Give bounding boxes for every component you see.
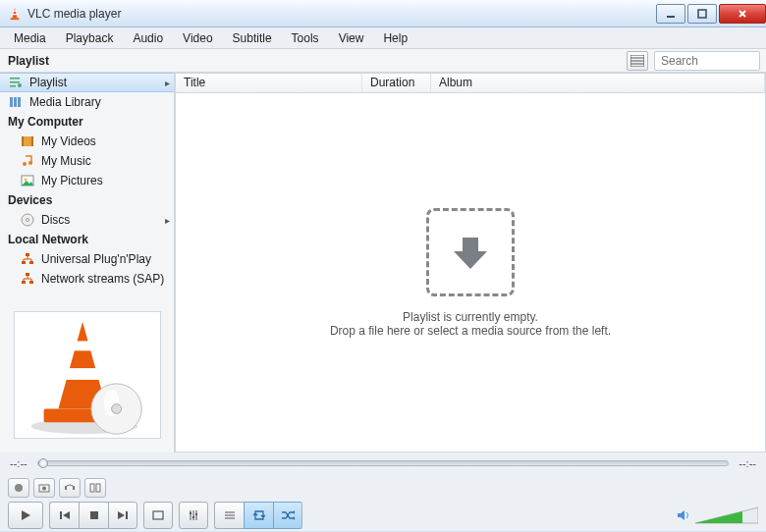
sidebar-item-discs[interactable]: Discs ▸ [0, 210, 174, 230]
column-headers: Title Duration Album [176, 74, 765, 93]
snapshot-button[interactable] [33, 478, 55, 498]
svg-point-21 [28, 161, 32, 165]
sidebar-item-upnp[interactable]: Universal Plug'n'Play [0, 249, 174, 269]
stop-button[interactable] [79, 502, 108, 529]
playlist-heading: Playlist [0, 54, 175, 68]
menu-media[interactable]: Media [4, 29, 56, 47]
sidebar-item-label: Media Library [29, 95, 101, 109]
svg-point-20 [23, 162, 27, 166]
seek-knob[interactable] [38, 458, 48, 468]
svg-marker-47 [22, 510, 30, 520]
svg-point-40 [15, 484, 23, 492]
sidebar-header-devices: Devices [0, 190, 174, 210]
atob-loop-button[interactable] [59, 478, 81, 498]
svg-rect-59 [195, 513, 197, 515]
close-button[interactable] [719, 4, 766, 24]
header-row: Playlist [0, 49, 766, 73]
col-title[interactable]: Title [176, 74, 362, 92]
chevron-right-icon: ▸ [165, 78, 170, 88]
maximize-button[interactable] [687, 4, 717, 24]
sidebar-item-label: Network streams (SAP) [41, 272, 164, 286]
sidebar-item-my-videos[interactable]: My Videos [0, 132, 174, 151]
svg-rect-4 [667, 16, 675, 18]
sidebar: Playlist ▸ Media Library My Computer My … [0, 73, 175, 452]
seek-bar[interactable] [37, 460, 730, 466]
time-elapsed[interactable]: --:-- [10, 457, 27, 469]
vlc-cone-icon [8, 7, 22, 21]
menu-bar: Media Playback Audio Video Subtitle Tool… [0, 27, 766, 49]
svg-rect-28 [29, 261, 33, 264]
sidebar-item-label: My Music [41, 154, 91, 168]
svg-point-25 [27, 219, 29, 222]
volume-slider[interactable] [695, 505, 758, 525]
sidebar-header-localnetwork: Local Network [0, 230, 174, 249]
minimize-button[interactable] [656, 4, 685, 24]
media-library-icon [8, 94, 24, 110]
empty-line-2: Drop a file here or select a media sourc… [330, 324, 611, 338]
shuffle-button[interactable] [273, 502, 302, 529]
sidebar-item-sap[interactable]: Network streams (SAP) [0, 269, 174, 289]
volume-percent: 75% [733, 0, 752, 1]
record-button[interactable] [8, 478, 29, 498]
sidebar-item-label: Discs [41, 213, 70, 227]
extended-settings-button[interactable] [179, 502, 208, 529]
menu-help[interactable]: Help [373, 29, 417, 47]
drop-target-icon [426, 208, 515, 296]
svg-point-13 [18, 83, 22, 87]
svg-rect-15 [14, 97, 17, 107]
time-total[interactable]: --:-- [739, 457, 756, 469]
sidebar-item-my-pictures[interactable]: My Pictures [0, 171, 174, 190]
video-icon [20, 133, 35, 149]
col-album[interactable]: Album [431, 74, 765, 92]
previous-button[interactable] [49, 502, 79, 529]
speaker-icon[interactable] [676, 507, 691, 523]
svg-marker-49 [63, 511, 70, 519]
loop-button[interactable] [244, 502, 273, 529]
svg-rect-30 [22, 281, 26, 284]
frame-step-button[interactable] [84, 478, 106, 498]
svg-rect-19 [31, 136, 33, 146]
menu-video[interactable]: Video [173, 29, 222, 47]
network-icon [20, 251, 35, 267]
window-title: VLC media player [27, 7, 121, 21]
svg-rect-31 [29, 281, 33, 284]
menu-subtitle[interactable]: Subtitle [223, 29, 282, 47]
svg-rect-57 [190, 512, 192, 514]
music-icon [20, 153, 35, 169]
svg-marker-51 [118, 511, 125, 519]
sidebar-item-my-music[interactable]: My Music [0, 151, 174, 171]
svg-rect-45 [90, 484, 94, 492]
next-button[interactable] [108, 502, 137, 529]
search-input[interactable] [654, 51, 760, 71]
sidebar-item-label: My Videos [41, 134, 96, 148]
picture-icon [20, 173, 35, 188]
chevron-right-icon: ▸ [165, 215, 170, 226]
menu-audio[interactable]: Audio [123, 29, 173, 47]
fullscreen-button[interactable] [143, 502, 173, 529]
title-bar: VLC media player [0, 0, 766, 27]
svg-rect-52 [126, 511, 128, 519]
menu-tools[interactable]: Tools [282, 29, 329, 47]
svg-rect-48 [60, 511, 62, 519]
empty-playlist-message[interactable]: Playlist is currently empty. Drop a file… [176, 93, 765, 452]
col-duration[interactable]: Duration [362, 74, 431, 92]
svg-rect-1 [11, 18, 20, 20]
svg-rect-50 [90, 511, 98, 519]
play-button[interactable] [8, 502, 43, 529]
sidebar-header-mycomputer: My Computer [0, 112, 174, 132]
menu-view[interactable]: View [329, 29, 374, 47]
toggle-playlist-button[interactable] [214, 502, 244, 529]
album-art-box [14, 311, 161, 439]
svg-marker-63 [294, 510, 295, 514]
menu-playback[interactable]: Playback [56, 29, 124, 47]
network-icon [20, 271, 35, 287]
sidebar-item-label: My Pictures [41, 174, 103, 187]
disc-icon [20, 212, 35, 228]
empty-line-1: Playlist is currently empty. [403, 310, 538, 324]
svg-point-42 [42, 487, 46, 491]
svg-rect-3 [13, 14, 17, 15]
sidebar-item-playlist[interactable]: Playlist ▸ [0, 73, 174, 92]
svg-rect-46 [96, 484, 100, 492]
view-mode-button[interactable] [627, 51, 648, 71]
sidebar-item-media-library[interactable]: Media Library [0, 92, 174, 112]
